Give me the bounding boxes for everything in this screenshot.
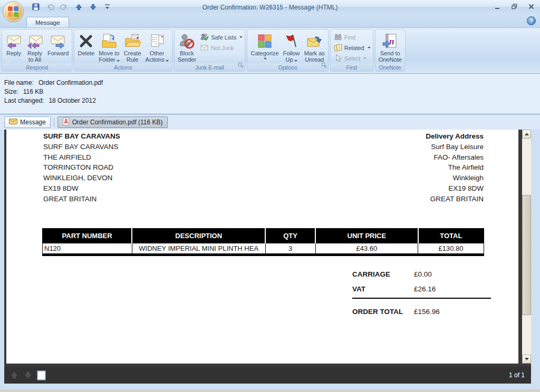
mark-as-unread-icon — [306, 32, 323, 50]
scroll-up-icon[interactable] — [522, 130, 531, 139]
next-page-icon[interactable] — [23, 370, 33, 380]
follow-up-button[interactable]: Follow Up — [281, 31, 302, 63]
find-label: Find — [344, 34, 355, 41]
file-name-value: Order Confirmation.pdf — [38, 79, 103, 86]
reply-icon — [5, 32, 22, 50]
order-total-label: ORDER TOTAL — [352, 308, 414, 316]
dropdown-arrow-icon — [368, 47, 371, 48]
pdf-viewport: SURF BAY CARAVANS SURF BAY CARAVANS THE … — [4, 130, 531, 367]
forward-icon — [50, 32, 66, 50]
sender-name: SURF BAY CARAVANS — [43, 131, 120, 142]
scrollbar-thumb[interactable] — [522, 195, 531, 315]
forward-label: Forward — [47, 50, 69, 56]
table-row: N120 WIDNEY IMPERIAL MINI PLINTH HEA 3 £… — [43, 243, 484, 255]
cell-qty: 3 — [265, 243, 315, 255]
sender-address-line: GREAT BRITAIN — [43, 194, 120, 204]
group-label-junk: Junk E-mail — [175, 63, 245, 71]
delete-button[interactable]: Delete — [75, 31, 97, 63]
move-to-folder-button[interactable]: Move to Folder — [97, 31, 121, 63]
forward-button[interactable]: Forward — [45, 31, 71, 63]
delivery-address-line: Surf Bay Leisure — [426, 142, 484, 152]
help-icon[interactable] — [527, 16, 536, 25]
cell-unit-price: £43.60 — [315, 243, 418, 255]
dropdown-arrow-icon — [117, 60, 120, 62]
tab-message[interactable]: Message — [26, 17, 69, 27]
cell-part-number: N120 — [43, 243, 132, 255]
last-changed-label: Last changed: — [4, 97, 44, 104]
mark-as-unread-button[interactable]: Mark as Unread — [302, 31, 327, 63]
reply-button[interactable]: Reply — [3, 31, 24, 63]
related-button[interactable]: Related — [334, 43, 371, 52]
minimize-icon[interactable] — [491, 2, 503, 11]
follow-up-label-line2: Up — [286, 56, 293, 63]
block-sender-button[interactable]: Block Sender — [176, 31, 198, 63]
previous-page-icon[interactable] — [9, 370, 19, 380]
vertical-scrollbar[interactable] — [522, 130, 531, 364]
delete-icon — [78, 32, 94, 50]
move-to-folder-label-line2: Folder — [99, 56, 115, 63]
tab-pdf-attachment[interactable]: Order Confirmation.pdf (116 KB) — [57, 116, 168, 128]
create-rule-label-line2: Rule — [127, 56, 139, 63]
related-icon — [334, 43, 342, 53]
related-label: Related — [344, 45, 364, 51]
junk-dialog-launcher-icon[interactable] — [238, 61, 244, 70]
vat-label: VAT — [352, 285, 414, 293]
send-to-onenote-icon: n — [382, 32, 399, 50]
group-label-options: Options — [247, 63, 327, 71]
ribbon: Reply Reply to All Forward — [0, 27, 540, 74]
select-button[interactable]: Select — [334, 54, 371, 63]
reply-label: Reply — [6, 50, 21, 56]
sender-address-line: THE AIRFIELD — [43, 152, 120, 163]
send-to-onenote-button[interactable]: n Send to OneNote — [377, 31, 404, 63]
carriage-label: CARRIAGE — [352, 270, 414, 278]
other-actions-label-line1: Other — [150, 50, 165, 56]
block-sender-icon — [178, 32, 195, 50]
other-actions-label-line2: Actions — [146, 56, 165, 63]
sender-address-line: TORRINGTON ROAD — [43, 162, 120, 173]
restore-icon[interactable] — [508, 2, 520, 11]
reply-to-all-button[interactable]: Reply to All — [24, 31, 45, 63]
window-resize-edge[interactable] — [0, 389, 540, 392]
col-part-number: PART NUMBER — [43, 229, 132, 243]
last-changed-value: 18 October 2012 — [49, 97, 95, 104]
scroll-down-icon[interactable] — [522, 355, 531, 364]
window-title: Order Confirmation: W26315 - Message (HT… — [0, 4, 540, 11]
page-thumbnail-icon[interactable] — [37, 370, 46, 380]
create-rule-button[interactable]: Create Rule — [122, 31, 143, 63]
dropdown-arrow-icon — [239, 36, 243, 38]
move-to-folder-icon — [101, 32, 118, 50]
cell-total: £130.80 — [418, 243, 484, 255]
options-dialog-launcher-icon[interactable] — [322, 61, 327, 70]
pdf-page: SURF BAY CARAVANS SURF BAY CARAVANS THE … — [6, 130, 518, 364]
safe-lists-icon — [200, 33, 209, 42]
attachment-info-panel: File name: Order Confirmation.pdf Size: … — [0, 74, 540, 114]
pdf-preview-pane: SURF BAY CARAVANS SURF BAY CARAVANS THE … — [0, 130, 540, 367]
outlook-message-window: Order Confirmation: W26315 - Message (HT… — [0, 0, 540, 392]
order-items-table: PART NUMBER DESCRIPTION QTY UNIT PRICE T… — [42, 228, 484, 256]
find-icon — [334, 33, 342, 42]
safe-lists-label: Safe Lists — [211, 34, 236, 41]
send-to-onenote-label-line1: Send to — [380, 50, 400, 56]
window-controls — [491, 2, 537, 11]
close-icon[interactable] — [525, 2, 537, 11]
office-button[interactable] — [3, 1, 24, 22]
group-find: Find Related — [330, 29, 373, 72]
table-header-row: PART NUMBER DESCRIPTION QTY UNIT PRICE T… — [43, 229, 484, 243]
delivery-address-title: Delivery Address — [426, 131, 484, 142]
other-actions-icon — [149, 32, 166, 50]
office-logo-icon — [7, 6, 19, 17]
categorize-button[interactable]: Categorize — [248, 31, 281, 63]
mark-as-unread-label-line1: Mark as — [304, 50, 325, 56]
not-junk-button[interactable]: Not Junk — [200, 43, 243, 52]
tab-pdf-attachment-label: Order Confirmation.pdf (116 KB) — [72, 119, 163, 126]
tab-message-body[interactable]: Message — [4, 116, 51, 128]
preview-nav-bar: 1 of 1 — [4, 367, 531, 384]
safe-lists-button[interactable]: Safe Lists — [200, 33, 243, 42]
other-actions-button[interactable]: Other Actions — [143, 31, 171, 63]
window-bottom-frame — [0, 384, 540, 392]
size-label: Size: — [4, 88, 18, 95]
group-actions: Delete Move to Folder Create — [74, 29, 172, 72]
find-button[interactable]: Find — [334, 33, 371, 42]
group-options: Categorize Follow Up Mark — [247, 29, 328, 72]
cell-description: WIDNEY IMPERIAL MINI PLINTH HEA — [132, 243, 265, 255]
